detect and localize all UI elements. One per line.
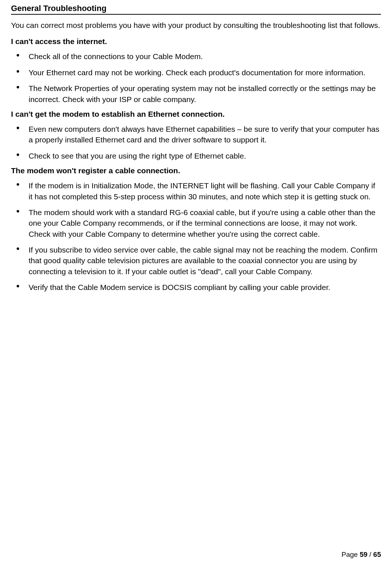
list-item: Check all of the connections to your Cab… [11, 51, 381, 62]
page-sep: / [367, 551, 373, 558]
page-current: 59 [360, 551, 367, 558]
section-list-2: If the modem is in Initialization Mode, … [11, 180, 381, 293]
page-footer: Page 59 / 65 [341, 551, 381, 559]
list-item: The modem should work with a standard RG… [11, 207, 381, 239]
list-item: Your Ethernet card may not be working. C… [11, 67, 381, 78]
section-title-0: I can't access the internet. [11, 37, 381, 46]
list-item: Even new computers don't always have Eth… [11, 124, 381, 145]
list-item: Verify that the Cable Modem service is D… [11, 282, 381, 293]
page-heading: General Troubleshooting [11, 4, 381, 15]
section-title-1: I can't get the modem to establish an Et… [11, 110, 381, 119]
list-item: The Network Properties of your operating… [11, 83, 381, 105]
list-item: If you subscribe to video service over c… [11, 244, 381, 277]
page-total: 65 [373, 551, 381, 558]
list-item: Check to see that you are using the righ… [11, 150, 381, 161]
intro-text: You can correct most problems you have w… [11, 20, 381, 30]
section-list-0: Check all of the connections to your Cab… [11, 51, 381, 105]
section-list-1: Even new computers don't always have Eth… [11, 124, 381, 161]
list-item: If the modem is in Initialization Mode, … [11, 180, 381, 202]
page-label: Page [341, 551, 360, 558]
section-title-2: The modem won't register a cable connect… [11, 166, 381, 175]
